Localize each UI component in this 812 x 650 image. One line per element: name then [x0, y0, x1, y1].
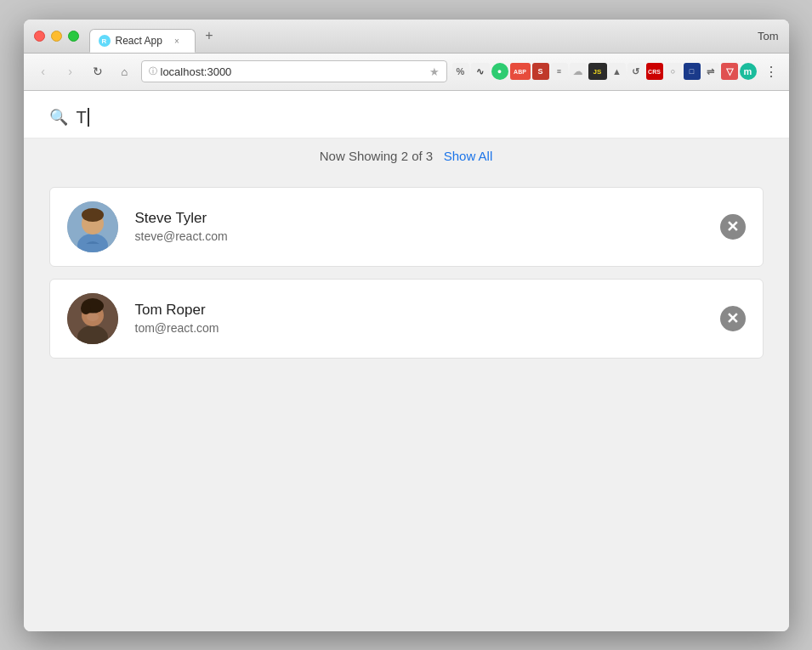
contact-card-tom: Tom Roper tom@react.com ✕ — [49, 279, 764, 359]
contact-info-tom: Tom Roper tom@react.com — [135, 302, 703, 335]
remove-button-tom[interactable]: ✕ — [720, 306, 746, 331]
ext-pocket-icon[interactable]: ▽ — [721, 63, 738, 80]
address-lock-icon: ⓘ — [149, 65, 157, 77]
search-input-value[interactable]: T — [77, 108, 87, 127]
contact-info-steve: Steve Tyler steve@react.com — [135, 210, 703, 243]
remove-button-steve[interactable]: ✕ — [720, 214, 746, 240]
bookmark-star-icon[interactable]: ★ — [429, 65, 440, 78]
ext-m-icon[interactable]: m — [740, 63, 757, 80]
remove-icon-steve: ✕ — [726, 219, 739, 235]
close-window-button[interactable] — [34, 31, 45, 42]
ext-bar3-icon[interactable]: ≡ — [551, 63, 568, 80]
contacts-list: Steve Tyler steve@react.com ✕ — [24, 173, 789, 631]
title-bar: R React App × + Tom — [24, 20, 789, 54]
search-bar-container: 🔍 T — [24, 91, 789, 138]
text-cursor — [88, 108, 89, 127]
svg-point-3 — [82, 208, 104, 222]
back-button[interactable]: ‹ — [32, 60, 54, 82]
address-url: localhost:3000 — [161, 65, 426, 78]
new-tab-button[interactable]: + — [199, 25, 219, 46]
ext-green-icon[interactable]: ● — [491, 63, 508, 80]
toolbar: ‹ › ↻ ⌂ ⓘ localhost:3000 ★ % ∿ ● ABP S ≡… — [24, 54, 789, 91]
svg-point-8 — [81, 302, 91, 314]
contact-card-steve: Steve Tyler steve@react.com ✕ — [49, 187, 764, 267]
filter-bar: Now Showing 2 of 3 Show All — [24, 138, 789, 173]
search-input-wrap: T — [77, 108, 764, 127]
ext-s-icon[interactable]: S — [532, 63, 549, 80]
remove-icon-tom: ✕ — [726, 311, 739, 326]
tab-bar: R React App × + — [89, 24, 758, 48]
ext-circle-icon[interactable]: ○ — [665, 63, 682, 80]
ext-percent-icon[interactable]: % — [452, 63, 469, 80]
refresh-button[interactable]: ↻ — [87, 60, 109, 82]
forward-button[interactable]: › — [60, 60, 82, 82]
extensions-bar: % ∿ ● ABP S ≡ ☁ JS ▲ ↺ CRS ○ □ ⇌ ▽ m — [452, 63, 757, 80]
search-icon: 🔍 — [49, 108, 68, 127]
svg-point-9 — [87, 313, 99, 321]
tab-favicon-icon: R — [99, 35, 111, 47]
address-bar[interactable]: ⓘ localhost:3000 ★ — [141, 60, 447, 82]
minimize-window-button[interactable] — [51, 31, 62, 42]
avatar-steve — [67, 201, 118, 252]
ext-cors-icon[interactable]: CRS — [646, 63, 663, 80]
page-content: 🔍 T Now Showing 2 of 3 Show All — [24, 91, 789, 631]
contact-name-steve: Steve Tyler — [135, 210, 703, 227]
ext-blue-icon[interactable]: □ — [684, 63, 701, 80]
tab-close-button[interactable]: × — [171, 35, 183, 47]
contact-name-tom: Tom Roper — [135, 302, 703, 319]
contact-email-steve: steve@react.com — [135, 229, 703, 243]
profile-name: Tom — [758, 30, 779, 42]
browser-menu-button[interactable]: ⋮ — [762, 62, 781, 81]
show-all-link[interactable]: Show All — [444, 149, 493, 163]
ext-js-icon[interactable]: JS — [588, 63, 607, 80]
ext-chart-icon[interactable]: ∿ — [471, 63, 490, 80]
filter-text: Now Showing 2 of 3 — [320, 149, 433, 163]
ext-cycle-icon[interactable]: ↺ — [627, 63, 644, 80]
tab-title: React App — [116, 35, 162, 47]
active-tab[interactable]: R React App × — [89, 29, 196, 53]
ext-triangle-icon[interactable]: ▲ — [609, 63, 626, 80]
browser-window: R React App × + Tom ‹ › ↻ ⌂ ⓘ localhost:… — [24, 20, 789, 631]
maximize-window-button[interactable] — [68, 31, 79, 42]
contact-email-tom: tom@react.com — [135, 321, 703, 335]
ext-cloud-icon[interactable]: ☁ — [570, 63, 587, 80]
ext-abp-icon[interactable]: ABP — [510, 63, 531, 80]
ext-switch-icon[interactable]: ⇌ — [702, 63, 719, 80]
avatar-tom — [67, 293, 118, 344]
home-button[interactable]: ⌂ — [114, 60, 136, 82]
traffic-lights — [34, 31, 79, 42]
